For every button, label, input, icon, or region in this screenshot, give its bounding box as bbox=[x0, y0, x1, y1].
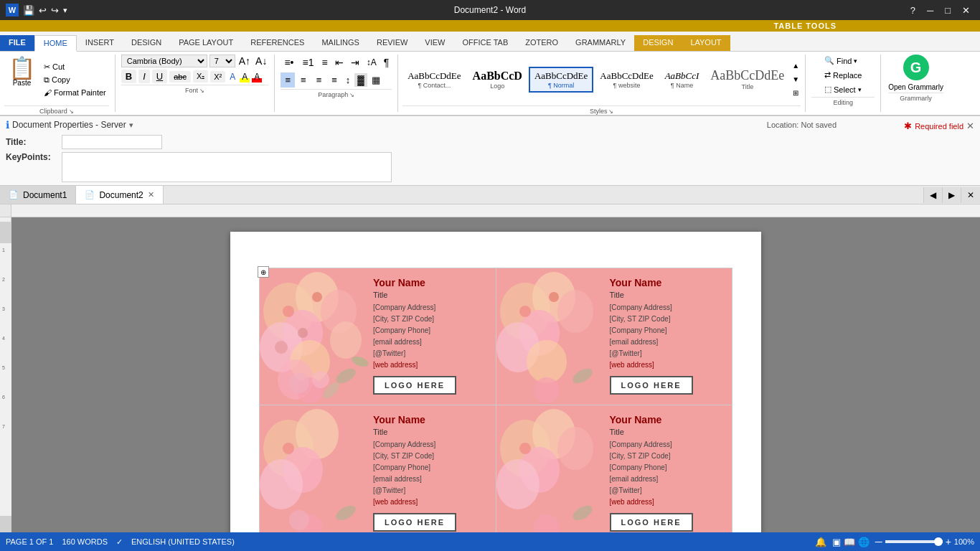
style-logo[interactable]: AaBbCcD Logo bbox=[468, 67, 527, 93]
decrease-indent-button[interactable]: ⇤ bbox=[332, 55, 347, 70]
find-dropdown-arrow[interactable]: ▾ bbox=[854, 57, 857, 65]
zoom-slider[interactable] bbox=[885, 540, 943, 543]
styles-expand-icon[interactable]: ⊞ bbox=[793, 89, 798, 97]
quick-save-icon[interactable]: 💾 bbox=[23, 5, 34, 16]
document-tab-1[interactable]: 📄 Document1 bbox=[0, 186, 76, 204]
tab-table-design[interactable]: DESIGN bbox=[634, 35, 682, 51]
align-left-button[interactable]: ≡ bbox=[281, 72, 295, 88]
read-view-btn[interactable]: 📖 bbox=[844, 537, 855, 547]
tab-view[interactable]: VIEW bbox=[416, 35, 453, 51]
redo-icon[interactable]: ↪ bbox=[51, 5, 59, 16]
replace-button[interactable]: ⇄ Replace bbox=[821, 69, 864, 81]
maximize-button[interactable]: □ bbox=[941, 5, 955, 16]
style-website[interactable]: AaBbCcDdEe ¶ website bbox=[595, 67, 658, 92]
styles-dropdown-button[interactable]: ▲ ▼ ⊞ bbox=[791, 58, 801, 101]
tab-page-layout[interactable]: PAGE LAYOUT bbox=[170, 35, 242, 51]
clipboard-expand-icon[interactable]: ↘ bbox=[69, 108, 74, 115]
minimize-button[interactable]: ─ bbox=[923, 5, 938, 16]
keypoints-input[interactable] bbox=[62, 152, 392, 182]
zoom-slider-thumb[interactable] bbox=[934, 537, 943, 546]
styles-scroll-up-icon[interactable]: ▲ bbox=[792, 62, 799, 70]
borders-button[interactable]: ▦ bbox=[369, 73, 383, 87]
select-button[interactable]: ⬚ Select ▾ bbox=[821, 83, 864, 95]
tab-layout[interactable]: LAYOUT bbox=[682, 35, 730, 51]
font-expand-icon[interactable]: ↘ bbox=[199, 88, 204, 94]
tab-review[interactable]: REVIEW bbox=[368, 35, 416, 51]
zoom-percent[interactable]: 100% bbox=[954, 537, 974, 546]
tab-office[interactable]: OFFICE TAB bbox=[453, 35, 517, 51]
customize-qat[interactable]: ▾ bbox=[63, 6, 67, 15]
document-page[interactable]: ⊕ bbox=[230, 232, 761, 539]
font-family-select[interactable]: Cambria (Body) bbox=[121, 55, 207, 67]
tab-insert[interactable]: INSERT bbox=[77, 35, 123, 51]
styles-scroll-down-icon[interactable]: ▼ bbox=[792, 75, 799, 83]
highlight-button[interactable]: A bbox=[240, 71, 250, 83]
close-button[interactable]: ✕ bbox=[958, 5, 974, 16]
styles-expand-button[interactable]: ↘ bbox=[608, 108, 613, 115]
style-normal[interactable]: AaBbCcDdEe ¶ Normal bbox=[529, 67, 593, 93]
select-dropdown-arrow[interactable]: ▾ bbox=[858, 86, 862, 93]
required-field-close[interactable]: ✕ bbox=[966, 121, 974, 131]
style-title[interactable]: AaBbCcDdEe Title bbox=[705, 65, 789, 93]
undo-icon[interactable]: ↩ bbox=[39, 5, 47, 16]
bold-button[interactable]: B bbox=[121, 70, 136, 83]
tab-grammarly[interactable]: GRAMMARLY bbox=[567, 35, 634, 51]
cut-button[interactable]: ✂ Cut bbox=[41, 61, 109, 73]
tab-references[interactable]: REFERENCES bbox=[242, 35, 313, 51]
tab-mailings[interactable]: MAILINGS bbox=[313, 35, 368, 51]
zoom-out-button[interactable]: ─ bbox=[875, 536, 882, 547]
superscript-button[interactable]: X² bbox=[210, 71, 225, 83]
decrease-font-icon[interactable]: A↓ bbox=[254, 55, 268, 67]
card-cell-1[interactable]: Your Name Title [Company Address] [City,… bbox=[260, 268, 496, 405]
italic-button[interactable]: I bbox=[138, 70, 150, 83]
bullets-button[interactable]: ≡• bbox=[281, 55, 297, 70]
card3-name: Your Name bbox=[373, 414, 490, 425]
doc2-close[interactable]: ✕ bbox=[148, 190, 154, 199]
paste-button[interactable]: 📋 Paste bbox=[4, 55, 39, 104]
sort-button[interactable]: ↕A bbox=[364, 56, 380, 69]
tab-close-all[interactable]: ✕ bbox=[961, 187, 980, 203]
format-painter-button[interactable]: 🖌 Format Painter bbox=[41, 87, 109, 98]
justify-button[interactable]: ≡ bbox=[327, 72, 341, 88]
increase-indent-button[interactable]: ⇥ bbox=[348, 55, 362, 70]
font-size-select[interactable]: 7 bbox=[209, 55, 235, 67]
shading-button[interactable]: ▓ bbox=[354, 73, 367, 87]
spelling-icon[interactable]: ✓ bbox=[116, 537, 123, 547]
font-color-button[interactable]: A bbox=[252, 71, 262, 83]
web-view-btn[interactable]: 🌐 bbox=[858, 537, 870, 547]
show-formatting-button[interactable]: ¶ bbox=[381, 55, 392, 70]
style-contact[interactable]: AaBbCcDdEe ¶ Contact... bbox=[402, 67, 466, 92]
strikethrough-button[interactable]: abc bbox=[169, 71, 191, 83]
increase-font-icon[interactable]: A↑ bbox=[237, 55, 252, 67]
paragraph-expand-icon[interactable]: ↘ bbox=[349, 92, 354, 98]
tab-zotero[interactable]: ZOTERO bbox=[517, 35, 567, 51]
notifications-icon[interactable]: 🔔 bbox=[815, 537, 826, 547]
align-center-button[interactable]: ≡ bbox=[296, 72, 311, 88]
document-tab-2[interactable]: 📄 Document2 ✕ bbox=[76, 186, 163, 204]
align-right-button[interactable]: ≡ bbox=[312, 72, 326, 88]
copy-button[interactable]: ⧉ Copy bbox=[41, 74, 109, 86]
card-cell-4[interactable]: Your Name Title [Company Address] [City,… bbox=[496, 405, 732, 540]
title-input[interactable] bbox=[62, 135, 162, 149]
tab-home[interactable]: HOME bbox=[34, 35, 77, 52]
subscript-button[interactable]: X₂ bbox=[193, 70, 208, 83]
card-cell-3[interactable]: Your Name Title [Company Address] [City,… bbox=[260, 405, 496, 540]
underline-button[interactable]: U bbox=[152, 70, 167, 83]
help-icon[interactable]: ? bbox=[906, 5, 920, 16]
multilevel-button[interactable]: ≡ bbox=[319, 55, 330, 70]
find-button[interactable]: 🔍 Find ▾ bbox=[821, 55, 864, 67]
text-effects-button[interactable]: A bbox=[227, 71, 237, 83]
tab-scroll-right[interactable]: ▶ bbox=[942, 187, 961, 203]
tab-file[interactable]: FILE bbox=[0, 35, 34, 51]
line-spacing-button[interactable]: ↕ bbox=[343, 73, 354, 87]
card-cell-2[interactable]: Your Name Title [Company Address] [City,… bbox=[496, 268, 732, 405]
zoom-in-button[interactable]: + bbox=[946, 536, 951, 547]
print-layout-view-btn[interactable]: ▣ bbox=[832, 537, 841, 547]
table-move-handle[interactable]: ⊕ bbox=[258, 266, 269, 278]
tab-design[interactable]: DESIGN bbox=[123, 35, 170, 51]
tab-scroll-left[interactable]: ◀ bbox=[923, 187, 942, 203]
style-name[interactable]: AaBbCcI ¶ Name bbox=[660, 67, 705, 92]
numbering-button[interactable]: ≡1 bbox=[299, 55, 318, 70]
open-grammarly-button[interactable]: G Open Grammarly bbox=[888, 55, 943, 91]
doc-properties-dropdown[interactable]: ▾ bbox=[129, 121, 133, 130]
